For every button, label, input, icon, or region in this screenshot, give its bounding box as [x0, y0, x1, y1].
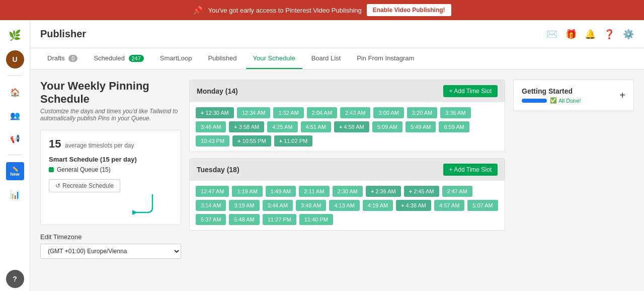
- tab-published[interactable]: Published: [201, 48, 244, 69]
- stats-label: average timeslots per day: [65, 142, 134, 149]
- gift-icon[interactable]: 🎁: [566, 29, 577, 40]
- sidebar-chart-icon[interactable]: 📊: [6, 185, 24, 203]
- time-slot[interactable]: 12:47 AM: [196, 186, 229, 197]
- gear-icon[interactable]: ⚙️: [623, 29, 634, 40]
- header: Publisher ✉️ 🎁 🔔 ❓ ⚙️: [30, 20, 644, 48]
- tab-pin-from-instagram[interactable]: Pin From Instagram: [350, 48, 421, 69]
- teal-arrow-svg: [127, 192, 157, 217]
- time-slot[interactable]: + 11:02 PM: [274, 135, 313, 147]
- getting-started-box: Getting Started ✅ All Done! +: [513, 80, 634, 111]
- time-slot[interactable]: 3:36 AM: [440, 107, 470, 118]
- time-slot[interactable]: 2:30 AM: [333, 186, 363, 197]
- tuesday-block: Tuesday (18) + Add Time Slot 12:47 AM1:1…: [189, 158, 505, 231]
- drafts-badge: 0: [68, 55, 77, 62]
- enable-video-button[interactable]: Enable Video Publishing!: [367, 4, 451, 16]
- progress-fill: [522, 99, 547, 103]
- avatar[interactable]: U: [6, 50, 24, 68]
- time-slot[interactable]: + 2:45 AM: [404, 186, 439, 197]
- sidebar-divider-2: [8, 155, 23, 155]
- time-slot[interactable]: 1:19 AM: [232, 186, 262, 197]
- time-slot[interactable]: 11:40 PM: [299, 214, 333, 225]
- monday-add-slot-button[interactable]: + Add Time Slot: [443, 85, 498, 97]
- queue-item: General Queue (15): [49, 166, 173, 173]
- time-slot[interactable]: 1:32 AM: [273, 107, 303, 118]
- time-slot[interactable]: 4:13 AM: [329, 200, 359, 211]
- getting-started-title: Getting Started: [522, 87, 581, 95]
- time-slot[interactable]: 5:37 AM: [196, 214, 226, 225]
- timezone-select[interactable]: (GMT +01:00) Europe/Vienna: [40, 244, 181, 259]
- time-slot[interactable]: 3:48 AM: [296, 200, 326, 211]
- time-slot[interactable]: + 2:36 AM: [366, 186, 401, 197]
- tuesday-add-slot-button[interactable]: + Add Time Slot: [443, 164, 498, 176]
- time-slot[interactable]: 5:48 AM: [229, 214, 259, 225]
- bell-icon[interactable]: 🔔: [585, 29, 596, 40]
- page-header-title: Publisher: [40, 28, 86, 40]
- sidebar-home-icon[interactable]: 🏠: [6, 83, 24, 101]
- time-slot[interactable]: 5:09 AM: [372, 121, 403, 132]
- time-slot[interactable]: 3:19 AM: [229, 200, 259, 211]
- time-slot[interactable]: 3:00 AM: [373, 107, 404, 118]
- refresh-icon: ↺: [55, 182, 60, 189]
- tab-scheduled[interactable]: Scheduled 247: [87, 48, 150, 69]
- queue-dot: [49, 167, 54, 172]
- tailwind-logo: 🌿: [5, 25, 25, 45]
- tab-drafts[interactable]: Drafts 0: [40, 48, 85, 69]
- tuesday-slots: 12:47 AM1:19 AM1:49 AM2:11 AM2:30 AM+ 2:…: [190, 181, 505, 230]
- page-subtitle: Customize the days and times you'd like …: [40, 108, 181, 122]
- time-slot[interactable]: + 10:55 PM: [232, 135, 271, 147]
- time-slot[interactable]: + 4:38 AM: [396, 200, 431, 211]
- time-slot[interactable]: 6:59 AM: [439, 121, 469, 132]
- recreate-schedule-button[interactable]: ↺ Recreate Schedule: [49, 179, 120, 192]
- time-slot[interactable]: 4:25 AM: [267, 121, 297, 132]
- time-slot[interactable]: + 12:30 AM: [196, 107, 234, 118]
- time-slot[interactable]: 12:34 AM: [237, 107, 270, 118]
- time-slot[interactable]: 4:51 AM: [301, 121, 331, 132]
- timezone-label: Edit Timezone: [40, 233, 181, 241]
- top-banner: 📌 You've got early access to Pinterest V…: [0, 0, 644, 20]
- mail-icon[interactable]: ✉️: [546, 29, 557, 40]
- tab-smartloop[interactable]: SmartLoop: [153, 48, 199, 69]
- time-slot[interactable]: 2:47 AM: [442, 186, 472, 197]
- time-slot[interactable]: 3:20 AM: [407, 107, 437, 118]
- stats-box: 15 average timeslots per day Smart Sched…: [40, 130, 181, 225]
- pinterest-icon: 📌: [193, 6, 203, 15]
- tab-board-list[interactable]: Board List: [304, 48, 348, 69]
- time-slot[interactable]: 11:27 PM: [263, 214, 296, 225]
- time-slot[interactable]: + 4:58 AM: [334, 121, 369, 132]
- progress-area: ✅ All Done!: [522, 97, 581, 104]
- monday-slots: + 12:30 AM12:34 AM1:32 AM2:04 AM2:43 AM3…: [190, 102, 505, 152]
- time-slot[interactable]: + 3:58 AM: [229, 121, 264, 132]
- new-button[interactable]: ✏️ New: [6, 162, 24, 180]
- sidebar-people-icon[interactable]: 👥: [6, 106, 24, 124]
- sidebar-divider: [8, 76, 23, 76]
- monday-header: Monday (14) + Add Time Slot: [190, 80, 505, 102]
- main-content: Publisher ✉️ 🎁 🔔 ❓ ⚙️ Drafts 0 Scheduled…: [30, 20, 644, 291]
- schedule-area: Monday (14) + Add Time Slot + 12:30 AM12…: [189, 80, 505, 283]
- time-slot[interactable]: 4:19 AM: [363, 200, 393, 211]
- question-icon[interactable]: ❓: [604, 29, 615, 40]
- time-slot[interactable]: 2:04 AM: [307, 107, 337, 118]
- time-slot[interactable]: 3:46 AM: [196, 121, 226, 132]
- time-slot[interactable]: 3:14 AM: [196, 200, 226, 211]
- time-slot[interactable]: 5:49 AM: [406, 121, 436, 132]
- getting-started-content: Getting Started ✅ All Done!: [522, 87, 581, 104]
- pencil-icon: ✏️: [12, 166, 18, 172]
- banner-text: You've got early access to Pinterest Vid…: [208, 7, 361, 14]
- page-title: Your Weekly Pinning Schedule: [40, 80, 181, 106]
- time-slot[interactable]: 5:07 AM: [467, 200, 498, 211]
- getting-started-add-button[interactable]: +: [619, 90, 625, 101]
- tuesday-header: Tuesday (18) + Add Time Slot: [190, 159, 505, 181]
- help-button[interactable]: ?: [6, 270, 24, 288]
- time-slot[interactable]: 2:11 AM: [299, 186, 329, 197]
- tab-your-schedule[interactable]: Your Schedule: [246, 48, 302, 69]
- time-slot[interactable]: 4:57 AM: [434, 200, 464, 211]
- page-content: Your Weekly Pinning Schedule Customize t…: [30, 69, 644, 291]
- tuesday-title: Tuesday (18): [197, 166, 239, 174]
- time-slot[interactable]: 2:43 AM: [340, 107, 370, 118]
- monday-block: Monday (14) + Add Time Slot + 12:30 AM12…: [189, 80, 505, 152]
- time-slot[interactable]: 1:49 AM: [266, 186, 296, 197]
- checkmark-icon: ✅: [550, 97, 557, 104]
- sidebar-megaphone-icon[interactable]: 📢: [6, 129, 24, 148]
- time-slot[interactable]: 10:43 PM: [196, 135, 229, 147]
- time-slot[interactable]: 3:44 AM: [263, 200, 293, 211]
